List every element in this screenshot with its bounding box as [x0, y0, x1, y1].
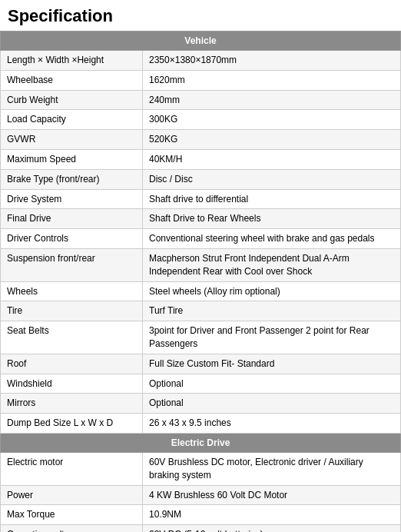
table-row: TireTurf Tire — [1, 301, 401, 321]
row-label: Seat Belts — [1, 321, 143, 354]
row-value: Conventional steering wheel with brake a… — [143, 229, 401, 249]
table-row: Length × Width ×Height2350×1380×1870mm — [1, 51, 401, 71]
row-value: Optional — [143, 374, 401, 394]
row-value: 4 KW Brushless 60 Volt DC Motor — [143, 485, 401, 505]
row-label: Electric motor — [1, 452, 143, 485]
row-label: Max Torque — [1, 505, 143, 525]
table-row: Suspension front/rearMacpherson Strut Fr… — [1, 248, 401, 281]
row-value: 240mm — [143, 90, 401, 110]
table-row: WindshieldOptional — [1, 374, 401, 394]
table-row: Brake Type (front/rear)Disc / Disc — [1, 169, 401, 189]
row-label: Load Capacity — [1, 110, 143, 130]
table-row: Max Torque10.9NM — [1, 505, 401, 525]
table-row: Wheelbase1620mm — [1, 70, 401, 90]
row-label: Maximum Speed — [1, 149, 143, 169]
row-value: 10.9NM — [143, 505, 401, 525]
table-row: Electric motor60V Brushless DC motor, El… — [1, 452, 401, 485]
spec-table: VehicleLength × Width ×Height2350×1380×1… — [0, 31, 401, 532]
table-row: Final DriveShaft Drive to Rear Wheels — [1, 209, 401, 229]
table-row: Drive SystemShaft drive to differential — [1, 189, 401, 209]
row-value: Shaft Drive to Rear Wheels — [143, 209, 401, 229]
row-value: Disc / Disc — [143, 169, 401, 189]
row-label: Operating voltage — [1, 525, 143, 532]
table-row: Seat Belts3point for Driver and Front Pa… — [1, 321, 401, 354]
table-row: Driver ControlsConventional steering whe… — [1, 229, 401, 249]
table-row: Dump Bed Size L x W x D26 x 43 x 9.5 inc… — [1, 414, 401, 434]
row-value: 60V Brushless DC motor, Electronic drive… — [143, 452, 401, 485]
table-row: MirrorsOptional — [1, 394, 401, 414]
row-value: 300KG — [143, 110, 401, 130]
row-label: Wheels — [1, 281, 143, 301]
row-label: GVWR — [1, 130, 143, 150]
table-row: WheelsSteel wheels (Alloy rim optional) — [1, 281, 401, 301]
table-row: Curb Weight 240mm — [1, 90, 401, 110]
row-label: Length × Width ×Height — [1, 51, 143, 71]
row-value: 60V DC (5-12 volt batteries) — [143, 525, 401, 532]
row-value: 2350×1380×1870mm — [143, 51, 401, 71]
table-row: Load Capacity300KG — [1, 110, 401, 130]
row-value: Turf Tire — [143, 301, 401, 321]
row-label: Dump Bed Size L x W x D — [1, 414, 143, 434]
section-header-0: Vehicle — [1, 32, 401, 51]
table-row: Maximum Speed40KM/H — [1, 149, 401, 169]
row-label: Windshield — [1, 374, 143, 394]
row-label: Tire — [1, 301, 143, 321]
row-value: 1620mm — [143, 70, 401, 90]
row-label: Driver Controls — [1, 229, 143, 249]
table-row: Power4 KW Brushless 60 Volt DC Motor — [1, 485, 401, 505]
row-label: Drive System — [1, 189, 143, 209]
row-label: Curb Weight — [1, 90, 143, 110]
table-row: RoofFull Size Custom Fit- Standard — [1, 354, 401, 374]
row-value: 3point for Driver and Front Passenger 2 … — [143, 321, 401, 354]
row-value: 26 x 43 x 9.5 inches — [143, 414, 401, 434]
row-value: 520KG — [143, 130, 401, 150]
row-value: Shaft drive to differential — [143, 189, 401, 209]
row-label: Brake Type (front/rear) — [1, 169, 143, 189]
row-label: Wheelbase — [1, 70, 143, 90]
table-row: GVWR520KG — [1, 130, 401, 150]
row-label: Suspension front/rear — [1, 248, 143, 281]
row-value: Macpherson Strut Front Independent Dual … — [143, 248, 401, 281]
row-label: Roof — [1, 354, 143, 374]
section-header-1: Electric Drive — [1, 433, 401, 452]
row-value: 40KM/H — [143, 149, 401, 169]
row-label: Final Drive — [1, 209, 143, 229]
table-row: Operating voltage60V DC (5-12 volt batte… — [1, 525, 401, 532]
row-value: Optional — [143, 394, 401, 414]
row-value: Full Size Custom Fit- Standard — [143, 354, 401, 374]
page-title: Specification — [0, 0, 401, 31]
row-label: Power — [1, 485, 143, 505]
row-value: Steel wheels (Alloy rim optional) — [143, 281, 401, 301]
row-label: Mirrors — [1, 394, 143, 414]
